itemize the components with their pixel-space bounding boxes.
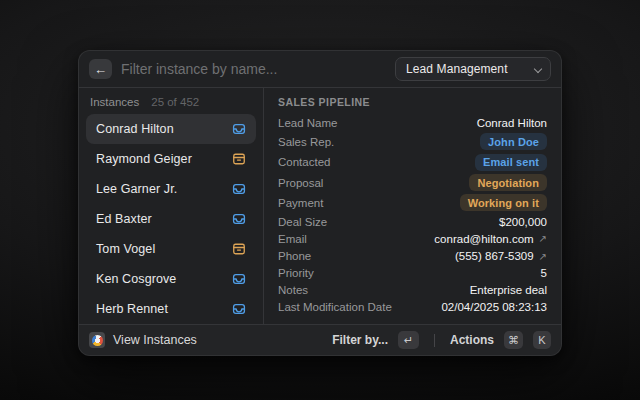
phone-link[interactable]: (555) 867-5309 ↗ xyxy=(455,250,547,262)
dropdown-selected-value: Lead Management xyxy=(406,62,508,76)
k-key-icon: K xyxy=(533,331,551,349)
email-link[interactable]: conrad@hilton.com ↗ xyxy=(434,233,547,245)
instance-name: Conrad Hilton xyxy=(96,122,174,136)
instance-name: Lee Garner Jr. xyxy=(96,182,177,196)
instance-name: Raymond Geiger xyxy=(96,152,192,166)
field-value: 02/04/2025 08:23:13 xyxy=(441,301,547,313)
back-button[interactable]: ← xyxy=(89,59,112,79)
list-item-lee-garner[interactable]: Lee Garner Jr. xyxy=(86,174,256,204)
detail-row-sales-rep: Sales Rep. John Doe xyxy=(278,131,547,151)
list-item-tom-vogel[interactable]: Tom Vogel xyxy=(86,234,256,264)
detail-row-payment: Payment Working on it xyxy=(278,193,547,213)
instance-name: Ken Cosgrove xyxy=(96,272,176,286)
extension-logo-icon xyxy=(89,332,105,348)
command-palette-window: ← Lead Management Instances 25 of 452 Co… xyxy=(78,50,562,356)
status-badge: Email sent xyxy=(475,154,547,171)
list-item-raymond-geiger[interactable]: Raymond Geiger xyxy=(86,144,256,174)
command-key-icon: ⌘ xyxy=(504,331,523,349)
section-title: SALES PIPELINE xyxy=(278,96,547,110)
detail-panel: SALES PIPELINE Lead Name Conrad Hilton S… xyxy=(264,88,561,324)
chevron-down-icon xyxy=(534,64,542,72)
detail-row-phone: Phone (555) 867-5309 ↗ xyxy=(278,247,547,264)
action-bar: View Instances Filter by... ↵ Actions ⌘ … xyxy=(79,325,561,355)
list-item-conrad-hilton[interactable]: Conrad Hilton xyxy=(86,114,256,144)
field-label: Last Modification Date xyxy=(278,301,392,313)
field-value: Enterprise deal xyxy=(470,284,547,296)
command-title: View Instances xyxy=(113,333,197,347)
envelope-icon xyxy=(232,182,246,196)
field-label: Deal Size xyxy=(278,216,327,228)
list-item-ken-cosgrove[interactable]: Ken Cosgrove xyxy=(86,264,256,294)
field-label: Sales Rep. xyxy=(278,136,334,148)
actionbar-separator xyxy=(434,334,435,347)
detail-row-priority: Priority 5 xyxy=(278,265,547,282)
field-label: Proposal xyxy=(278,177,323,189)
field-value: $200,000 xyxy=(499,216,547,228)
detail-row-lead-name: Lead Name Conrad Hilton xyxy=(278,114,547,131)
status-badge: Negotiation xyxy=(469,174,547,191)
field-value: conrad@hilton.com xyxy=(434,233,533,245)
open-external-icon: ↗ xyxy=(539,251,547,262)
status-badge: John Doe xyxy=(480,133,547,150)
envelope-icon xyxy=(232,212,246,226)
instance-name: Ed Baxter xyxy=(96,212,152,226)
search-input[interactable] xyxy=(121,61,386,77)
list-header-count: 25 of 452 xyxy=(151,96,199,108)
field-label: Contacted xyxy=(278,156,330,168)
field-label: Notes xyxy=(278,284,308,296)
field-label: Payment xyxy=(278,197,323,209)
primary-action-button[interactable]: Filter by... xyxy=(332,333,388,347)
actions-menu-button[interactable]: Actions xyxy=(450,333,494,347)
back-arrow-icon: ← xyxy=(94,63,107,76)
content-area: Instances 25 of 452 Conrad Hilton Raymon… xyxy=(79,88,561,324)
list-header: Instances 25 of 452 xyxy=(86,93,256,114)
envelope-icon xyxy=(232,122,246,136)
list-header-label: Instances xyxy=(90,96,139,108)
field-label: Email xyxy=(278,233,307,245)
field-value: Conrad Hilton xyxy=(477,117,547,129)
instance-name: Tom Vogel xyxy=(96,242,155,256)
detail-row-last-modification-date: Last Modification Date 02/04/2025 08:23:… xyxy=(278,299,547,316)
detail-row-email: Email conrad@hilton.com ↗ xyxy=(278,230,547,247)
detail-row-deal-size: Deal Size $200,000 xyxy=(278,213,547,230)
list-item-herb-rennet[interactable]: Herb Rennet xyxy=(86,294,256,324)
envelope-icon xyxy=(232,272,246,286)
field-label: Phone xyxy=(278,250,311,262)
enter-key-icon: ↵ xyxy=(398,331,419,349)
instance-name: Herb Rennet xyxy=(96,302,168,316)
detail-row-proposal: Proposal Negotiation xyxy=(278,172,547,192)
field-label: Priority xyxy=(278,267,314,279)
status-badge: Working on it xyxy=(460,194,547,211)
archive-box-icon xyxy=(232,152,246,166)
open-external-icon: ↗ xyxy=(539,233,547,244)
archive-box-icon xyxy=(232,242,246,256)
field-value: (555) 867-5309 xyxy=(455,250,534,262)
detail-row-notes: Notes Enterprise deal xyxy=(278,282,547,299)
detail-row-contacted: Contacted Email sent xyxy=(278,152,547,172)
field-label: Lead Name xyxy=(278,117,337,129)
list-item-ed-baxter[interactable]: Ed Baxter xyxy=(86,204,256,234)
top-bar: ← Lead Management xyxy=(79,51,561,87)
instance-list: Instances 25 of 452 Conrad Hilton Raymon… xyxy=(79,88,263,324)
extension-dropdown[interactable]: Lead Management xyxy=(395,57,551,81)
envelope-icon xyxy=(232,302,246,316)
field-value: 5 xyxy=(541,267,547,279)
